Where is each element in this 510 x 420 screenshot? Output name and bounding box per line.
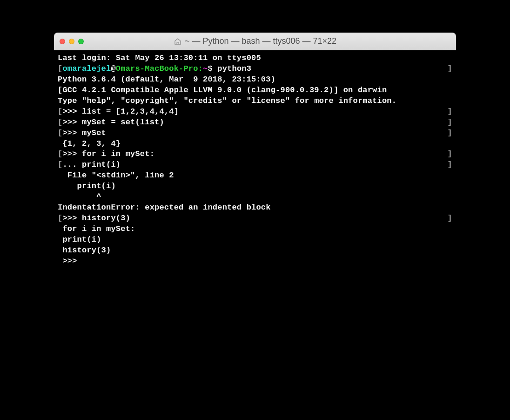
terminal-content[interactable]: Last login: Sat May 26 13:30:11 on ttys0… <box>54 50 456 368</box>
history-out-3: history(3) <box>62 246 111 255</box>
input-history: history(3) <box>82 214 130 223</box>
line-bracket-left: [ <box>58 160 62 169</box>
error-file: File "<stdin>", line 2 <box>58 171 174 180</box>
prompt-host: Omars-MacBook-Pro: <box>116 64 203 73</box>
line-bracket-right: ] <box>448 117 452 128</box>
input-myset-assign: mySet = set(list) <box>82 118 164 127</box>
output-myset: {1, 2, 3, 4} <box>62 139 121 148</box>
history-out-2: print(i) <box>62 235 101 244</box>
last-login: Last login: Sat May 26 13:30:11 on ttys0… <box>58 54 261 62</box>
line-bracket-left: [ <box>58 149 62 158</box>
traffic-lights <box>60 39 84 44</box>
repl-prompt: >>> <box>62 107 82 116</box>
line-bracket-left: [ <box>58 64 62 73</box>
input-print: print(i) <box>82 160 121 169</box>
error-message: IndentationError: expected an indented b… <box>58 203 271 212</box>
input-for: for i in mySet: <box>82 149 154 158</box>
line-bracket-right: ] <box>448 64 452 75</box>
line-bracket-left: [ <box>58 214 62 223</box>
input-myset: mySet <box>82 129 106 137</box>
repl-prompt: >>> <box>62 149 82 158</box>
python-help: Type "help", "copyright", "credits" or "… <box>58 96 396 105</box>
terminal-window: ~ — Python — bash — ttys006 — 71×22 Last… <box>54 33 456 368</box>
line-bracket-left: [ <box>58 129 62 137</box>
line-bracket-left: [ <box>58 118 62 127</box>
line-bracket-right: ] <box>448 128 452 139</box>
repl-cont: ... <box>62 160 82 169</box>
titlebar[interactable]: ~ — Python — bash — ttys006 — 71×22 <box>54 33 456 50</box>
line-bracket-right: ] <box>448 107 452 117</box>
repl-prompt: >>> <box>62 257 82 265</box>
input-list: list = [1,2,3,4,4,4] <box>82 107 179 116</box>
minimize-icon[interactable] <box>69 39 74 44</box>
zoom-icon[interactable] <box>78 39 84 44</box>
prompt-path: ~ <box>203 64 208 73</box>
line-bracket-right: ] <box>448 213 452 224</box>
line-bracket-right: ] <box>448 149 452 160</box>
prompt-user: omaralejel <box>62 64 111 73</box>
line-bracket-left: [ <box>58 107 62 116</box>
prompt-at: @ <box>111 64 115 73</box>
window-title: ~ — Python — bash — ttys006 — 71×22 <box>185 36 336 46</box>
error-caret: ^ <box>58 192 101 201</box>
python-compiler: [GCC 4.2.1 Compatible Apple LLVM 9.0.0 (… <box>58 86 387 95</box>
repl-prompt: >>> <box>62 118 82 127</box>
command-python3: python3 <box>217 64 251 73</box>
line-bracket-right: ] <box>448 160 452 170</box>
close-icon[interactable] <box>60 39 65 44</box>
repl-prompt: >>> <box>62 129 82 137</box>
python-version: Python 3.6.4 (default, Mar 9 2018, 23:15… <box>58 75 280 84</box>
prompt-dollar: $ <box>208 64 217 73</box>
title-wrapper: ~ — Python — bash — ttys006 — 71×22 <box>54 36 456 46</box>
home-icon <box>174 37 182 46</box>
repl-prompt: >>> <box>62 214 82 223</box>
history-out-1: for i in mySet: <box>62 224 135 233</box>
error-line: print(i) <box>58 182 116 190</box>
